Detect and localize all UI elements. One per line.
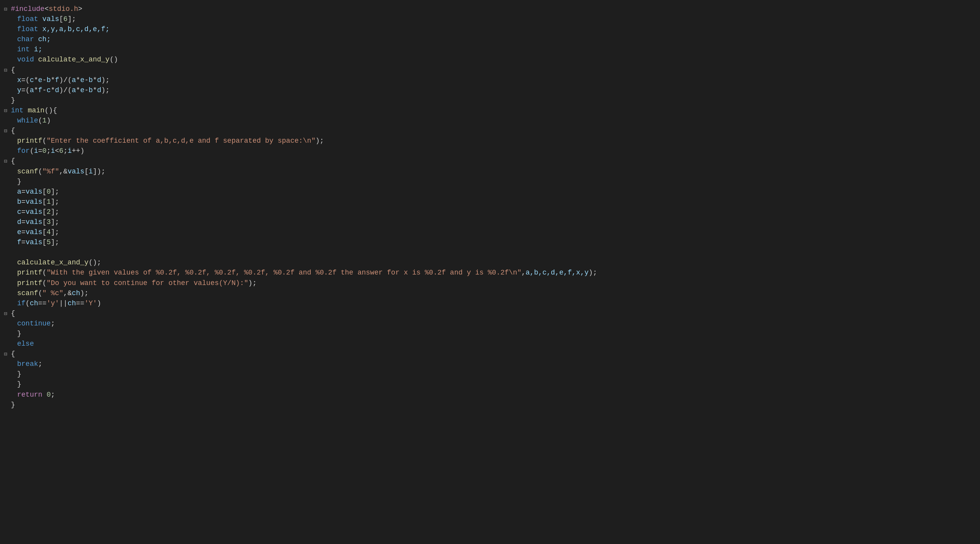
token-kw-char: char: [17, 34, 34, 44]
fold-9[interactable]: [4, 87, 9, 94]
code-line-21: c=vals[2];: [0, 207, 980, 217]
code-line-6: void calculate_x_and_y(): [0, 54, 980, 65]
fold-16[interactable]: ⊟: [4, 157, 9, 165]
token-var-5: i;: [34, 44, 42, 54]
fold-28[interactable]: [4, 280, 9, 287]
token-kw-if: if: [17, 298, 26, 308]
token-str-17: "%f": [42, 166, 59, 177]
fold-22[interactable]: [4, 219, 9, 226]
code-line-14: printf("Enter the coefficient of a,b,c,d…: [0, 136, 980, 146]
token-brace-40: }: [11, 400, 15, 410]
token-fn-14: printf: [17, 136, 42, 146]
token-brace-31: {: [11, 308, 15, 318]
token-var-3: x,y,a,b,c,d,e,f;: [42, 24, 110, 34]
fold-19[interactable]: [4, 188, 9, 196]
fold-8[interactable]: [4, 77, 9, 84]
fold-12[interactable]: [4, 117, 9, 125]
token-preproc-1: #include: [11, 4, 44, 14]
token-fn-6: calculate_x_and_y: [38, 54, 110, 65]
code-line-13: ⊟ {: [0, 126, 980, 136]
fold-39[interactable]: [4, 391, 9, 399]
fold-10[interactable]: [4, 97, 9, 105]
token-brace-16: {: [11, 156, 15, 166]
fold-40[interactable]: [4, 401, 9, 409]
token-var-23: e: [17, 227, 21, 237]
code-line-23: e=vals[4];: [0, 227, 980, 237]
fold-23[interactable]: [4, 229, 9, 236]
token-fn-28: printf: [17, 278, 42, 288]
fold-20[interactable]: [4, 198, 9, 206]
code-line-20: b=vals[1];: [0, 197, 980, 207]
token-fn-11: main: [28, 105, 44, 115]
fold-17[interactable]: [4, 168, 9, 176]
token-kw-while: while: [17, 115, 38, 126]
token-brace-7: {: [11, 65, 15, 75]
code-line-31: ⊟ {: [0, 308, 980, 318]
token-kw-int-5: int: [17, 44, 30, 54]
fold-15[interactable]: [4, 147, 9, 155]
code-line-22: d=vals[3];: [0, 217, 980, 227]
token-kw-continue: continue: [17, 318, 51, 329]
token-brace-10: }: [11, 95, 15, 105]
fold-3[interactable]: [4, 26, 9, 33]
fold-11[interactable]: ⊟: [4, 107, 9, 115]
token-punc-1b: >: [78, 4, 82, 14]
code-line-17: scanf("%f",&vals[i]);: [0, 166, 980, 177]
fold-29[interactable]: [4, 290, 9, 297]
token-kw-break: break: [17, 359, 38, 369]
token-str-27: "With the given values of %0.2f, %0.2f, …: [47, 268, 522, 278]
fold-36[interactable]: [4, 360, 9, 368]
fold-26[interactable]: [4, 259, 9, 267]
fold-7[interactable]: ⊟: [4, 66, 9, 74]
fold-21[interactable]: [4, 208, 9, 216]
fold-1[interactable]: ⊟: [4, 5, 9, 13]
token-kw-for: for: [17, 146, 30, 156]
token-fn-17: scanf: [17, 166, 38, 177]
token-brace-18: }: [17, 177, 21, 187]
fold-37[interactable]: [4, 371, 9, 378]
token-var-22: d: [17, 217, 21, 227]
code-line-4: char ch;: [0, 34, 980, 44]
fold-6[interactable]: [4, 56, 9, 64]
fold-4[interactable]: [4, 36, 9, 44]
fold-18[interactable]: [4, 178, 9, 186]
token-str-14: "Enter the coefficient of a,b,c,d,e and …: [47, 136, 316, 146]
token-str-28: "Do you want to continue for other value…: [47, 278, 248, 288]
fold-30[interactable]: [4, 300, 9, 308]
fold-32[interactable]: [4, 320, 9, 328]
fold-31[interactable]: ⊟: [4, 310, 9, 318]
token-brace-35: {: [11, 349, 15, 359]
fold-24[interactable]: [4, 239, 9, 247]
token-var-19: a: [17, 187, 21, 197]
token-var-20: b: [17, 197, 21, 207]
code-line-15: for(i=0;i<6;i++): [0, 146, 980, 156]
fold-33[interactable]: [4, 330, 9, 338]
fold-25[interactable]: [4, 249, 9, 257]
token-str-1: stdio.h: [49, 4, 78, 14]
code-line-29: scanf(" %c",&ch);: [0, 288, 980, 298]
fold-2[interactable]: [4, 16, 9, 23]
token-var-2: vals: [42, 14, 59, 24]
code-line-11: ⊟ int main(){: [0, 105, 980, 115]
fold-14[interactable]: [4, 137, 9, 145]
code-line-3: float x,y,a,b,c,d,e,f;: [0, 24, 980, 34]
token-var-4: ch;: [38, 34, 51, 44]
code-line-36: break;: [0, 359, 980, 369]
token-kw-float-3: float: [17, 24, 38, 34]
code-line-28: printf("Do you want to continue for othe…: [0, 278, 980, 288]
code-line-26: calculate_x_and_y();: [0, 257, 980, 268]
fold-13[interactable]: ⊟: [4, 127, 9, 135]
token-var-9: y: [17, 85, 21, 95]
code-line-25: [0, 247, 980, 257]
code-line-2: float vals[6];: [0, 14, 980, 24]
token-var-8: x: [17, 75, 21, 85]
code-line-39: return 0;: [0, 390, 980, 400]
fold-35[interactable]: ⊟: [4, 350, 9, 358]
fold-5[interactable]: [4, 46, 9, 54]
code-line-35: ⊟ {: [0, 349, 980, 359]
fold-27[interactable]: [4, 269, 9, 277]
fold-34[interactable]: [4, 340, 9, 348]
code-line-38: }: [0, 379, 980, 389]
code-line-40: }: [0, 400, 980, 410]
fold-38[interactable]: [4, 381, 9, 388]
